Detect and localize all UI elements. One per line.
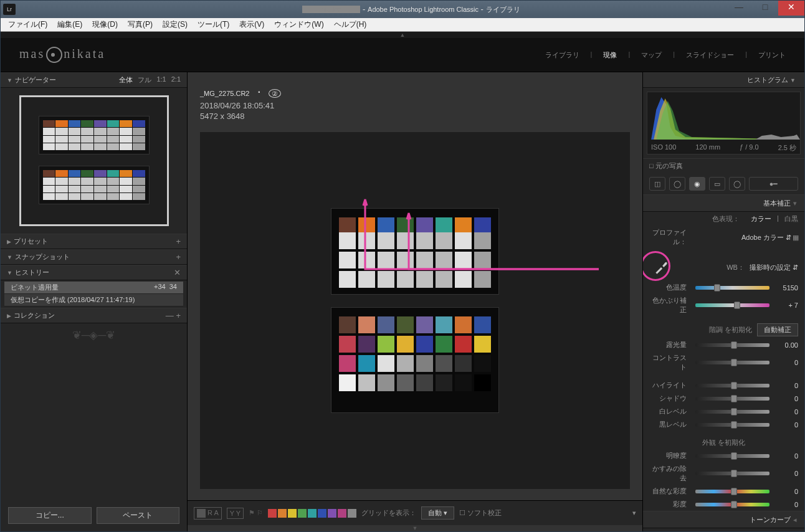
softproof-checkbox[interactable]: ☐ ソフト校正 <box>459 508 502 518</box>
swatch[interactable] <box>308 509 317 518</box>
swatch[interactable] <box>338 509 346 518</box>
tint-slider[interactable]: 色かぶり補正+ 7 <box>643 294 804 316</box>
menu-ツール(T)[interactable]: ツール(T) <box>193 18 234 31</box>
preset-header[interactable]: ▶プリセット+ <box>1 234 187 249</box>
spot-tool-icon[interactable]: ◯ <box>669 177 685 191</box>
shadow-slider[interactable]: シャドウ0 <box>643 392 804 405</box>
swatch[interactable] <box>288 509 297 518</box>
swatch[interactable] <box>348 509 356 518</box>
iso-value: ISO 100 <box>651 143 676 153</box>
maximize-button[interactable]: □ <box>752 1 778 16</box>
titlebar: Lr hidden - Adobe Photoshop Lightroom Cl… <box>1 1 804 18</box>
copy-button[interactable]: コピー... <box>8 507 92 524</box>
menu-ファイル(F)[interactable]: ファイル(F) <box>3 18 52 31</box>
original-photo-toggle[interactable]: □ 元の写真 <box>643 158 804 173</box>
app-icon: Lr <box>3 4 16 15</box>
view-mode-buttons[interactable]: R A <box>194 507 222 520</box>
vibrance-slider[interactable]: 自然な彩度0 <box>643 485 804 498</box>
add-icon[interactable]: + <box>176 237 181 246</box>
nav-zoom[interactable]: 全体 <box>119 75 133 85</box>
chevron-down-icon[interactable]: ▾ <box>632 509 636 517</box>
grad-tool-icon[interactable]: ▭ <box>709 177 725 191</box>
nav-zoom[interactable]: 2:1 <box>171 75 181 85</box>
brush-tool-icon[interactable]: ●━ <box>749 177 798 191</box>
menu-表示(V)[interactable]: 表示(V) <box>234 18 269 31</box>
right-panel: ヒストグラム ▼ ISO 100 120 mm ƒ / 9.0 2.5 秒 □ … <box>642 72 804 531</box>
image-canvas[interactable] <box>200 132 630 489</box>
tonecurve-header[interactable]: トーンカーブ ◂ <box>643 511 804 528</box>
minimize-button[interactable]: — <box>726 1 752 16</box>
history-item[interactable]: ビネット適用量+34 34 <box>4 282 183 294</box>
close-icon[interactable]: ✕ <box>174 268 181 277</box>
profile-row[interactable]: プロファイル：Adobe カラー ⇵ ▦ <box>643 226 804 249</box>
swatch[interactable] <box>278 509 287 518</box>
center-panel: _MG_2275.CR2 · ② 2018/04/26 18:05:41 547… <box>188 72 642 531</box>
nav-zoom[interactable]: フル <box>138 75 151 85</box>
history-list: ビネット適用量+34 34仮想コピーを作成 (2018/04/27 11:47:… <box>1 280 187 308</box>
contrast-slider[interactable]: コントラスト0 <box>643 351 804 374</box>
menu-写真(P)[interactable]: 写真(P) <box>123 18 158 31</box>
module-ライブラリ[interactable]: ライブラリ <box>545 50 579 60</box>
focal-value: 120 mm <box>695 143 720 153</box>
wb-row: WB：撮影時の設定 ⇵ <box>643 254 804 281</box>
treatment-tabs[interactable]: 色表現： カラー | 白黒 <box>643 212 804 226</box>
logo: masnikata <box>19 47 105 63</box>
navigator-header[interactable]: ▼ナビゲーター 全体フル1:12:1 <box>1 72 187 88</box>
clarity-slider[interactable]: 明瞭度0 <box>643 449 804 462</box>
histogram-header[interactable]: ヒストグラム ▼ <box>643 72 804 88</box>
history-header[interactable]: ▼ヒストリー✕ <box>1 265 187 280</box>
image-info: _MG_2275.CR2 · ② 2018/04/26 18:05:41 547… <box>188 72 642 121</box>
swatch[interactable] <box>268 509 277 518</box>
swatch[interactable] <box>298 509 307 518</box>
menu-現像(D)[interactable]: 現像(D) <box>87 18 123 31</box>
module-現像[interactable]: 現像 <box>603 50 617 60</box>
redeye-tool-icon[interactable]: ◉ <box>689 177 705 191</box>
module-マップ[interactable]: マップ <box>641 50 662 60</box>
presence-reset[interactable]: 外観 を初期化 <box>702 438 745 447</box>
temp-slider[interactable]: 色温度5150 <box>643 281 804 294</box>
snapshot-header[interactable]: ▼スナップショット+ <box>1 249 187 265</box>
module-picker: ライブラリ|現像|マップ|スライドショー|プリント <box>545 50 786 60</box>
histogram[interactable]: ISO 100 120 mm ƒ / 9.0 2.5 秒 <box>647 92 801 154</box>
shutter-value: 2.5 秒 <box>778 143 796 153</box>
toolbar: R A Y Y ⚑ ⚐ グリッドを表示： 自動 ▾ ☐ ソフト校正 ▾ <box>188 500 642 525</box>
add-icon[interactable]: — + <box>166 311 181 320</box>
compare-buttons[interactable]: Y Y <box>227 508 244 519</box>
exposure-slider[interactable]: 露光量0.00 <box>643 338 804 351</box>
saturation-slider[interactable]: 彩度0 <box>643 498 804 511</box>
tone-reset[interactable]: 階調 を初期化 <box>709 325 752 335</box>
radial-tool-icon[interactable]: ◯ <box>729 177 745 191</box>
highlight-slider[interactable]: ハイライト0 <box>643 379 804 392</box>
module-スライドショー[interactable]: スライドショー <box>686 50 734 60</box>
collection-header[interactable]: ▶コレクション— + <box>1 308 187 323</box>
menu-編集(E)[interactable]: 編集(E) <box>52 18 87 31</box>
black-slider[interactable]: 黒レベル0 <box>643 418 804 431</box>
menu-ヘルプ(H)[interactable]: ヘルプ(H) <box>329 18 372 31</box>
left-panel: ▼ナビゲーター 全体フル1:12:1 ▶プリセット+ ▼スナップショット+ ▼ヒ… <box>1 72 188 531</box>
crop-tool-icon[interactable]: ◫ <box>649 177 665 191</box>
window-title: hidden - Adobe Photoshop Lightroom Class… <box>21 4 802 14</box>
add-icon[interactable]: + <box>176 252 181 262</box>
color-swatches[interactable] <box>268 509 356 518</box>
grid-label: グリッドを表示： <box>361 508 416 518</box>
grid-dropdown[interactable]: 自動 ▾ <box>421 506 454 520</box>
basic-header[interactable]: 基本補正 ▾ <box>643 194 804 212</box>
swatch[interactable] <box>318 509 326 518</box>
auto-button[interactable]: 自動補正 <box>757 323 798 336</box>
swatch[interactable] <box>328 509 336 518</box>
close-button[interactable]: ✕ <box>778 1 804 16</box>
paste-button[interactable]: ペースト <box>97 507 180 524</box>
eyedropper-icon[interactable] <box>649 255 673 279</box>
menu-設定(S)[interactable]: 設定(S) <box>158 18 193 31</box>
nav-zoom[interactable]: 1:1 <box>156 75 166 85</box>
menu-ウィンドウ(W)[interactable]: ウィンドウ(W) <box>269 18 328 31</box>
module-プリント[interactable]: プリント <box>758 50 786 60</box>
identity-plate: masnikata ライブラリ|現像|マップ|スライドショー|プリント <box>1 38 804 72</box>
history-item[interactable]: 仮想コピーを作成 (2018/04/27 11:47:19) <box>4 294 183 306</box>
white-slider[interactable]: 白レベル0 <box>643 405 804 418</box>
grid-icon[interactable]: ▦ <box>791 234 798 242</box>
dehaze-slider[interactable]: かすみの除去0 <box>643 462 804 485</box>
menubar: ファイル(F)編集(E)現像(D)写真(P)設定(S)ツール(T)表示(V)ウィ… <box>1 18 804 32</box>
flag-icon[interactable]: ⚑ ⚐ <box>249 509 263 517</box>
navigator-preview[interactable] <box>1 88 187 234</box>
